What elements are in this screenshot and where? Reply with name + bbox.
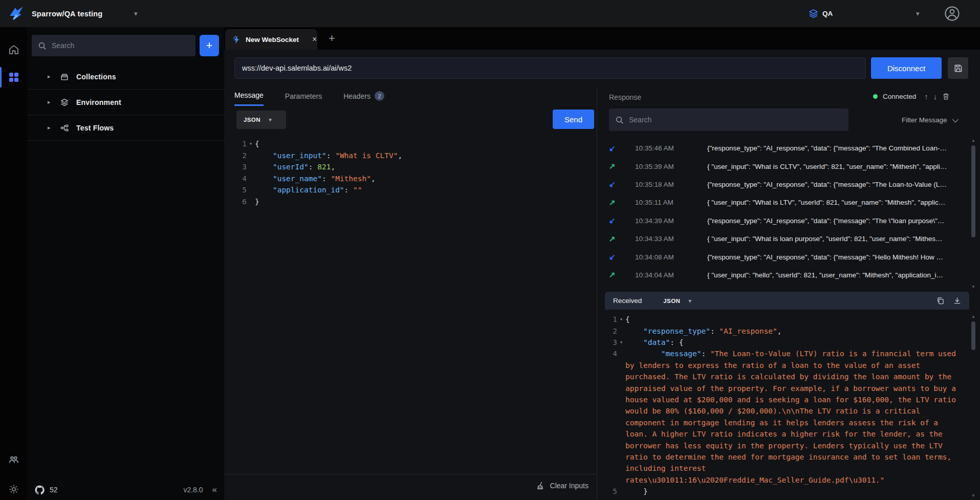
scroll-to-top-button[interactable]: ↑ bbox=[924, 92, 928, 101]
environment-selector[interactable]: QA bbox=[809, 0, 833, 27]
message-row[interactable]: ↗10:35:11 AM{ "user_input": "What is LTV… bbox=[597, 193, 965, 211]
collections-icon bbox=[60, 72, 69, 81]
send-button[interactable]: Send bbox=[553, 110, 594, 129]
sent-arrow-icon: ↗ bbox=[609, 162, 635, 171]
tab-message[interactable]: Message bbox=[234, 91, 264, 106]
message-row[interactable]: ↙10:35:46 AM{"response_type": "AI_respon… bbox=[597, 139, 965, 157]
search-input[interactable] bbox=[52, 41, 189, 50]
chevron-right-icon[interactable]: ▸ bbox=[48, 99, 53, 105]
chevron-right-icon[interactable]: ▸ bbox=[48, 124, 53, 131]
code-line: 4 "message": "The Loan-to-Value (LTV) ra… bbox=[605, 348, 963, 486]
code-content: "data": { bbox=[625, 337, 957, 348]
chevron-down-icon[interactable]: ▾ bbox=[688, 297, 691, 305]
message-row[interactable]: ↗10:34:04 AM{ "user_input": "hello", "us… bbox=[597, 266, 965, 284]
code-line: 2 "user_input": "What is CLTV", bbox=[234, 150, 593, 162]
app-window: Sparrow/QA testing ▾ QA ▾ bbox=[0, 0, 980, 500]
sidebar-tree: ▸Collections▸Environment▸Test Flows bbox=[27, 64, 224, 141]
line-number: 3 bbox=[605, 337, 617, 348]
received-format-dropdown[interactable]: JSON bbox=[663, 298, 680, 304]
disconnect-button[interactable]: Disconnect bbox=[871, 57, 942, 79]
github-stars[interactable]: 52 bbox=[34, 485, 58, 495]
tab-parameters[interactable]: Parameters bbox=[285, 91, 322, 106]
message-format-dropdown[interactable]: JSON ▾ bbox=[236, 111, 286, 129]
message-list-scrollbar[interactable]: ▲ ▼ bbox=[971, 138, 976, 290]
sidebar-item-testflows[interactable]: ▸Test Flows bbox=[27, 115, 224, 141]
sidebar-footer: 52 v2.8.0 « bbox=[27, 480, 224, 500]
scrollbar-thumb[interactable] bbox=[971, 321, 975, 350]
fold-toggle-icon[interactable]: ▾ bbox=[617, 337, 625, 349]
version-label: v2.8.0 bbox=[183, 486, 203, 494]
message-preview: { "user_input": "What is LTV", "userId":… bbox=[707, 199, 965, 206]
fold-toggle-icon[interactable]: ▾ bbox=[617, 314, 625, 325]
received-arrow-icon: ↙ bbox=[609, 216, 635, 225]
sent-arrow-icon: ↗ bbox=[609, 234, 635, 244]
scrollbar-up-icon[interactable]: ▲ bbox=[971, 314, 975, 319]
search-icon bbox=[615, 116, 624, 124]
scrollbar-down-icon[interactable]: ▼ bbox=[971, 285, 975, 290]
message-preview: {"response_type": "AI_response", "data":… bbox=[707, 144, 965, 152]
line-number: 5 bbox=[234, 184, 247, 196]
message-row[interactable]: ↙10:35:18 AM{"response_type": "AI_respon… bbox=[597, 176, 965, 193]
code-content: "application_id": "" bbox=[255, 184, 362, 196]
scroll-to-bottom-button[interactable]: ↓ bbox=[933, 92, 938, 101]
tab-new-websocket[interactable]: New WebSocket × bbox=[225, 29, 317, 50]
scrollbar-thumb[interactable] bbox=[971, 145, 975, 237]
filter-message-dropdown[interactable]: Filter Message bbox=[902, 108, 957, 131]
new-tab-button[interactable]: + bbox=[324, 27, 339, 50]
received-arrow-icon: ↙ bbox=[609, 252, 635, 262]
user-avatar[interactable] bbox=[944, 6, 960, 21]
message-row[interactable]: ↗10:35:39 AM{ "user_input": "What is CLT… bbox=[597, 157, 965, 175]
websocket-url-input[interactable] bbox=[234, 57, 866, 79]
collapse-sidebar-button[interactable]: « bbox=[212, 485, 217, 495]
copy-response-button[interactable] bbox=[937, 297, 944, 305]
sidebar-item-label: Collections bbox=[76, 73, 116, 81]
message-timestamp: 10:34:33 AM bbox=[635, 235, 707, 243]
code-content: } bbox=[255, 196, 259, 208]
response-pane: Response Connected ↑ ↓ Filter Message bbox=[597, 87, 980, 500]
message-preview: { "user_input": "What is CLTV", "userId"… bbox=[707, 163, 965, 170]
message-editor[interactable]: 1▾{2 "user_input": "What is CLTV",3 "use… bbox=[234, 138, 593, 471]
received-scrollbar[interactable]: ▲ ▼ bbox=[971, 314, 976, 498]
received-arrow-icon: ↙ bbox=[609, 144, 635, 153]
add-new-button[interactable]: + bbox=[200, 35, 219, 56]
nav-settings-button[interactable] bbox=[0, 478, 27, 500]
code-line: 5 "application_id": "" bbox=[234, 184, 593, 196]
delete-messages-button[interactable] bbox=[942, 93, 950, 100]
nav-collections-button[interactable] bbox=[0, 66, 27, 89]
github-star-count: 52 bbox=[50, 486, 58, 494]
message-row[interactable]: ↙10:34:08 AM{"response_type": "AI_respon… bbox=[597, 248, 965, 266]
nav-home-button[interactable] bbox=[0, 38, 27, 61]
left-nav-rail bbox=[0, 27, 27, 500]
code-line: 3 "userId": 821, bbox=[234, 161, 593, 173]
response-search-input[interactable] bbox=[629, 116, 842, 124]
scrollbar-up-icon[interactable]: ▲ bbox=[971, 138, 975, 143]
message-row[interactable]: ↙10:34:39 AM{"response_type": "AI_respon… bbox=[597, 212, 965, 230]
sidebar-item-environment[interactable]: ▸Environment bbox=[27, 90, 224, 115]
clear-inputs-button[interactable]: Clear Inputs bbox=[536, 481, 589, 490]
connected-dot bbox=[873, 94, 878, 99]
line-number: 4 bbox=[605, 348, 617, 359]
testflows-icon bbox=[60, 123, 69, 133]
code-content: "user_input": "What is CLTV", bbox=[255, 150, 402, 162]
download-response-button[interactable] bbox=[953, 297, 961, 305]
environment-dropdown-icon[interactable]: ▾ bbox=[916, 0, 920, 27]
chevron-down-icon: ▾ bbox=[269, 116, 272, 123]
message-row[interactable]: ↗ bbox=[597, 284, 965, 290]
save-request-button[interactable] bbox=[948, 57, 968, 79]
scrollbar-down-icon[interactable]: ▼ bbox=[971, 493, 975, 498]
received-message-body[interactable]: 1▾{2 "response_type": "AI_response",3▾ "… bbox=[605, 314, 963, 500]
nav-community-button[interactable] bbox=[0, 448, 27, 471]
received-arrow-icon: ↙ bbox=[609, 180, 635, 189]
tab-headers[interactable]: Headers 2 bbox=[343, 91, 384, 106]
received-message-bar: Received JSON ▾ bbox=[605, 292, 969, 310]
fold-toggle-icon[interactable]: ▾ bbox=[247, 138, 255, 150]
close-tab-icon[interactable]: × bbox=[312, 35, 317, 44]
message-row[interactable]: ↗10:34:33 AM{ "user_input": "What is loa… bbox=[597, 230, 965, 248]
line-number: 1 bbox=[234, 138, 247, 150]
tab-headers-label: Headers bbox=[343, 92, 371, 100]
sparrow-logo-icon bbox=[8, 5, 25, 21]
chevron-right-icon[interactable]: ▸ bbox=[48, 73, 53, 80]
workspace-dropdown-icon[interactable]: ▾ bbox=[134, 0, 138, 27]
message-timestamp: 10:34:04 AM bbox=[635, 271, 707, 279]
sidebar-item-collections[interactable]: ▸Collections bbox=[27, 64, 224, 90]
